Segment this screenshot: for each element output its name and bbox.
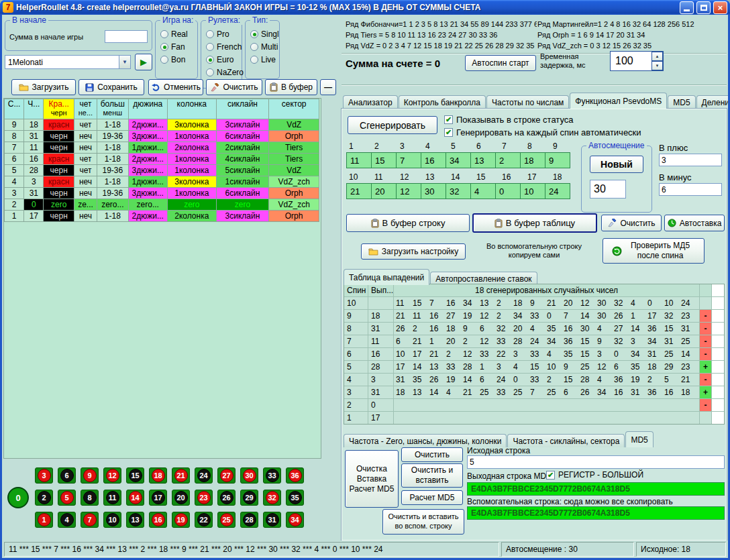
board-number-32[interactable]: 32 (263, 490, 281, 506)
column-header[interactable]: дюжина (128, 99, 167, 119)
values-col-header[interactable]: 18 сгенерированных случайных чисел (394, 284, 700, 296)
board-number-1[interactable]: 1 (35, 512, 53, 528)
board-number-22[interactable]: 22 (195, 512, 213, 528)
board-number-0[interactable]: 0 (7, 487, 29, 508)
board-number-15[interactable]: 15 (126, 467, 144, 484)
preset-select[interactable]: 1Melonati ▼ (5, 55, 131, 69)
tab-6[interactable]: Деление ко... (696, 95, 728, 109)
tab-3[interactable]: Частоты по числам (486, 95, 569, 109)
board-number-18[interactable]: 18 (149, 467, 167, 484)
clear-button[interactable]: Очистить (206, 79, 262, 95)
save-button[interactable]: Сохранить (79, 79, 144, 95)
radio-bon[interactable]: Bon (156, 53, 197, 66)
generate-button[interactable]: Сгенерировать (348, 116, 437, 134)
board-number-34[interactable]: 34 (286, 512, 304, 528)
clear-paste-aux-button[interactable]: Очистить и вставить во вспом. строку (382, 509, 464, 535)
autobet-button[interactable]: Автоставка (664, 215, 725, 231)
board-number-20[interactable]: 20 (172, 490, 190, 506)
collapse-button[interactable]: — (320, 79, 336, 95)
check-md5-button[interactable]: Проверить МД5 после спина (603, 238, 705, 264)
column-header[interactable]: сектор (269, 99, 319, 119)
autospin-button[interactable]: Автоспин старт (465, 55, 536, 71)
radio-nazero[interactable]: NaZero (201, 66, 242, 78)
board-number-10[interactable]: 10 (103, 512, 121, 528)
board-number-11[interactable]: 11 (103, 490, 121, 506)
undo-button[interactable]: Отменить (148, 79, 203, 95)
board-number-23[interactable]: 23 (195, 490, 213, 506)
load-button[interactable]: Загрузить (11, 79, 76, 95)
board-number-2[interactable]: 2 (35, 490, 53, 506)
radio-fan[interactable]: Fan (156, 40, 197, 53)
tab-4[interactable]: Функционал PsevdoMS (570, 93, 667, 109)
column-header[interactable]: Ч... (24, 99, 44, 119)
start-sum-input[interactable] (105, 30, 148, 43)
tab-2[interactable]: Частота - сиклайны, сектора (507, 434, 625, 447)
play-button[interactable]: ▶ (135, 54, 152, 70)
board-number-13[interactable]: 13 (126, 512, 144, 528)
tab-1[interactable]: Частота - Zero, шансы, дюжины, колонки (344, 434, 507, 447)
buffer-table-button[interactable]: В буфер таблицу (472, 213, 597, 233)
board-number-6[interactable]: 6 (58, 467, 76, 484)
md5-all-in-one-button[interactable]: Очистка Вставка Расчет MD5 (345, 450, 399, 508)
tab-2[interactable]: Автопроставление ставок (430, 272, 537, 285)
board-number-33[interactable]: 33 (263, 467, 281, 484)
board-number-27[interactable]: 27 (217, 467, 236, 484)
board-number-17[interactable]: 17 (149, 490, 167, 506)
tab-1[interactable]: Таблица выпадений (344, 269, 429, 285)
column-header[interactable]: большменш (97, 99, 128, 119)
radio-multi[interactable]: Multi (246, 40, 279, 53)
load-settings-button[interactable]: Загрузить настройку (361, 243, 466, 260)
spinner-down-icon[interactable]: ▼ (651, 61, 663, 70)
board-number-5[interactable]: 5 (58, 490, 76, 506)
radio-singl[interactable]: Singl (246, 27, 279, 40)
board-number-14[interactable]: 14 (126, 490, 144, 506)
md5-clear-paste-button[interactable]: Очистить и вставить (401, 463, 463, 488)
board-number-29[interactable]: 29 (240, 490, 258, 506)
spinner-up-icon[interactable]: ▲ (651, 52, 663, 61)
md5-calc-button[interactable]: Расчет MD5 (401, 490, 463, 505)
radio-live[interactable]: Live (246, 53, 279, 66)
board-number-28[interactable]: 28 (240, 512, 258, 528)
column-header[interactable]: С... (5, 99, 24, 119)
tab-5[interactable]: MD5 (668, 95, 695, 109)
md5-clear-button[interactable]: Очистить (401, 447, 463, 462)
tab-3[interactable]: MD5 (625, 431, 653, 447)
board-number-3[interactable]: 3 (35, 467, 53, 484)
plus-input[interactable] (659, 154, 722, 166)
board-number-36[interactable]: 36 (286, 467, 304, 484)
board-number-31[interactable]: 31 (263, 512, 281, 528)
board-number-30[interactable]: 30 (240, 467, 258, 484)
board-number-8[interactable]: 8 (81, 490, 99, 506)
aux-string-field[interactable]: E4DA3B7FBBCE2345D7772B0674A318D5 (467, 506, 725, 520)
radio-real[interactable]: Real (156, 27, 197, 40)
minimize-button[interactable] (680, 1, 694, 14)
clear-panel-button[interactable]: Очистить (601, 215, 662, 231)
board-number-26[interactable]: 26 (217, 490, 236, 506)
checkbox-show-status[interactable]: Показывать в строке статуса (444, 115, 574, 125)
close-button[interactable]: × (713, 1, 727, 14)
column-header[interactable]: четне... (74, 99, 97, 119)
result-col-header[interactable]: Вып... (368, 284, 394, 296)
autoshift-value[interactable]: 30 (590, 180, 626, 199)
tab-2[interactable]: Контроль банкролла (399, 95, 486, 109)
column-header[interactable]: Кра...черн (44, 99, 74, 119)
board-number-35[interactable]: 35 (286, 490, 304, 506)
dropdown-arrow-icon[interactable]: ▼ (119, 56, 130, 68)
board-number-24[interactable]: 24 (195, 467, 213, 484)
board-number-19[interactable]: 19 (172, 512, 190, 528)
spin-col-header[interactable]: Спин (344, 284, 368, 296)
buffer-row-button[interactable]: В буфер строку (346, 214, 470, 232)
radio-pro[interactable]: Pro (201, 27, 242, 40)
board-number-12[interactable]: 12 (103, 467, 121, 484)
board-number-21[interactable]: 21 (172, 467, 190, 484)
board-number-25[interactable]: 25 (217, 512, 236, 528)
delay-spinner[interactable]: 100 ▲ ▼ (610, 51, 664, 71)
new-button[interactable]: Новый (590, 156, 643, 173)
to-buffer-button[interactable]: В буфер (265, 79, 317, 95)
column-header[interactable]: сиклайн (216, 99, 269, 119)
column-header[interactable]: колонка (168, 99, 217, 119)
board-number-9[interactable]: 9 (81, 467, 99, 484)
minus-input[interactable] (659, 183, 722, 196)
radio-french[interactable]: French (201, 40, 242, 53)
checkbox-uppercase[interactable]: РЕГИСТР - БОЛЬШОЙ (546, 470, 643, 480)
